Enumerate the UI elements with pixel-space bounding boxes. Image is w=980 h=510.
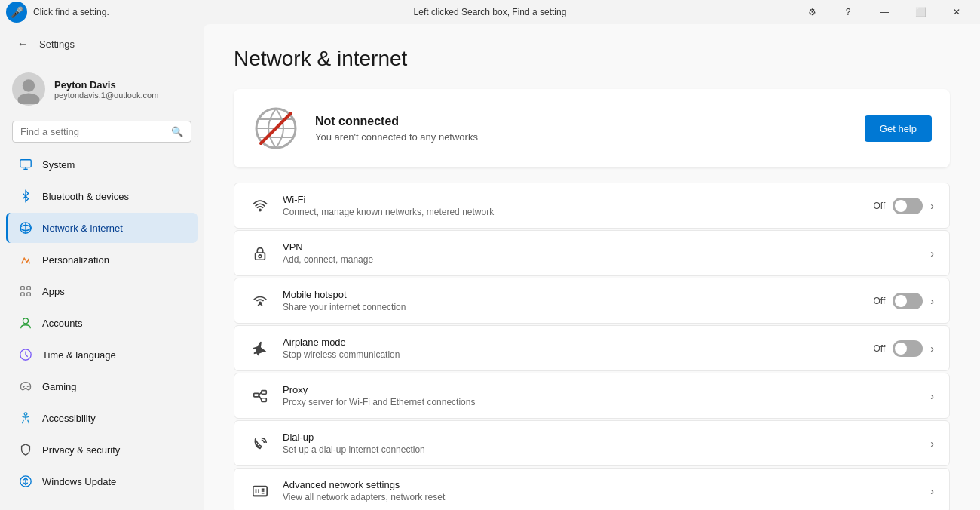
nav-item-accessibility[interactable]: Accessibility: [6, 403, 198, 433]
wifi-setting[interactable]: Wi-Fi Connect, manage known networks, me…: [234, 183, 950, 229]
not-connected-text: Not connected You aren't connected to an…: [315, 115, 850, 143]
advanced-controls: ›: [930, 485, 934, 497]
search-input[interactable]: [20, 126, 167, 137]
privacy-icon: [18, 442, 33, 457]
airplane-text: Airplane mode Stop wireless communicatio…: [283, 336, 862, 360]
hotspot-toggle[interactable]: [893, 293, 923, 309]
vpn-title: VPN: [283, 241, 918, 253]
network-icon: [18, 220, 33, 235]
sidebar: ← Settings Peyton Davis peytondavis.1@ou…: [0, 24, 204, 510]
advanced-icon: [250, 481, 271, 502]
hotspot-controls: Off ›: [874, 293, 934, 309]
dialup-chevron: ›: [930, 438, 934, 450]
proxy-subtitle: Proxy server for Wi-Fi and Ethernet conn…: [283, 397, 918, 407]
airplane-chevron: ›: [930, 343, 934, 355]
airplane-setting[interactable]: Airplane mode Stop wireless communicatio…: [234, 325, 950, 371]
vpn-chevron: ›: [930, 247, 934, 260]
svg-rect-10: [27, 293, 31, 296]
nav-item-apps[interactable]: Apps: [6, 276, 198, 306]
hotspot-subtitle: Share your internet connection: [283, 302, 862, 312]
hotspot-icon: [250, 290, 271, 312]
sidebar-title: Settings: [39, 38, 75, 50]
maximize-button[interactable]: ⬜: [903, 0, 938, 24]
nav-item-time[interactable]: Time & language: [6, 339, 198, 370]
svg-point-28: [259, 254, 262, 257]
hotspot-setting[interactable]: Mobile hotspot Share your internet conne…: [234, 278, 950, 324]
not-connected-banner: Not connected You aren't connected to an…: [234, 89, 950, 167]
avatar: [12, 72, 45, 106]
nav-item-privacy[interactable]: Privacy & security: [6, 435, 198, 465]
search-box[interactable]: 🔍: [12, 121, 191, 143]
airplane-subtitle: Stop wireless communication: [283, 349, 862, 360]
proxy-controls: ›: [930, 390, 934, 402]
svg-rect-8: [27, 287, 31, 290]
wifi-subtitle: Connect, manage known networks, metered …: [283, 207, 862, 217]
vpn-controls: ›: [930, 247, 934, 260]
svg-point-17: [24, 413, 27, 416]
svg-point-1: [17, 93, 39, 104]
vpn-icon: [250, 243, 271, 264]
svg-rect-2: [20, 160, 31, 167]
svg-rect-7: [21, 287, 25, 290]
proxy-title: Proxy: [283, 384, 918, 395]
advanced-text: Advanced network settings View all netwo…: [283, 479, 918, 502]
nav-item-bluetooth[interactable]: Bluetooth & devices: [6, 181, 198, 211]
wifi-title: Wi-Fi: [283, 194, 862, 205]
nav-item-accounts[interactable]: Accounts: [6, 308, 198, 338]
mic-icon: 🎤: [6, 2, 27, 23]
advanced-setting[interactable]: Advanced network settings View all netwo…: [234, 468, 950, 510]
sidebar-header: ← Settings: [0, 24, 204, 63]
accessibility-icon: [18, 410, 33, 426]
nav-item-network[interactable]: Network & internet: [6, 213, 198, 243]
proxy-text: Proxy Proxy server for Wi-Fi and Etherne…: [283, 384, 918, 407]
vpn-setting[interactable]: VPN Add, connect, manage ›: [234, 230, 950, 276]
vpn-text: VPN Add, connect, manage: [283, 241, 918, 265]
titlebar-controls: ⚙ ? — ⬜ ✕: [795, 0, 974, 24]
proxy-setting[interactable]: Proxy Proxy server for Wi-Fi and Etherne…: [234, 373, 950, 419]
wifi-toggle-label: Off: [874, 201, 886, 211]
dialup-setting[interactable]: Dial-up Set up a dial-up internet connec…: [234, 420, 950, 466]
hotspot-toggle-label: Off: [874, 296, 886, 306]
apps-icon: [18, 284, 33, 299]
dialup-controls: ›: [930, 438, 934, 450]
advanced-title: Advanced network settings: [283, 479, 918, 490]
airplane-title: Airplane mode: [283, 336, 862, 348]
wifi-controls: Off ›: [874, 198, 934, 214]
user-profile: Peyton Davis peytondavis.1@outlook.com: [0, 63, 204, 115]
personalization-icon: [18, 252, 33, 267]
wifi-chevron: ›: [930, 200, 934, 212]
not-connected-title: Not connected: [315, 115, 850, 128]
advanced-subtitle: View all network adapters, network reset: [283, 492, 918, 502]
nav-item-system[interactable]: System: [6, 149, 198, 180]
user-email: peytondavis.1@outlook.com: [54, 91, 158, 100]
update-icon: [18, 474, 33, 489]
system-icon: [18, 157, 33, 172]
settings-gear-button[interactable]: ⚙: [795, 0, 829, 24]
titlebar-status: Click find a setting.: [33, 7, 109, 17]
settings-list: Wi-Fi Connect, manage known networks, me…: [234, 183, 950, 510]
minimize-button[interactable]: —: [867, 0, 902, 24]
back-button[interactable]: ←: [12, 33, 33, 54]
svg-rect-27: [256, 253, 265, 260]
main-content: Network & internet Not connected You are…: [204, 24, 980, 510]
nav-item-personalization[interactable]: Personalization: [6, 244, 198, 275]
svg-rect-32: [262, 398, 266, 401]
svg-rect-9: [21, 293, 25, 296]
svg-point-26: [259, 209, 261, 210]
svg-rect-31: [262, 390, 266, 394]
nav-item-update[interactable]: Windows Update: [6, 466, 198, 496]
time-icon: [18, 347, 33, 362]
close-button[interactable]: ✕: [939, 0, 974, 24]
svg-line-34: [259, 395, 262, 399]
svg-rect-35: [253, 486, 267, 496]
nav-item-gaming[interactable]: Gaming: [6, 371, 198, 401]
hotspot-title: Mobile hotspot: [283, 289, 862, 300]
wifi-toggle[interactable]: [893, 198, 923, 214]
proxy-icon: [250, 386, 271, 407]
get-help-button[interactable]: Get help: [865, 115, 932, 142]
help-button[interactable]: ?: [831, 0, 865, 24]
airplane-toggle[interactable]: [893, 340, 923, 357]
vpn-subtitle: Add, connect, manage: [283, 254, 918, 265]
svg-point-0: [23, 79, 35, 91]
dialup-title: Dial-up: [283, 432, 918, 443]
